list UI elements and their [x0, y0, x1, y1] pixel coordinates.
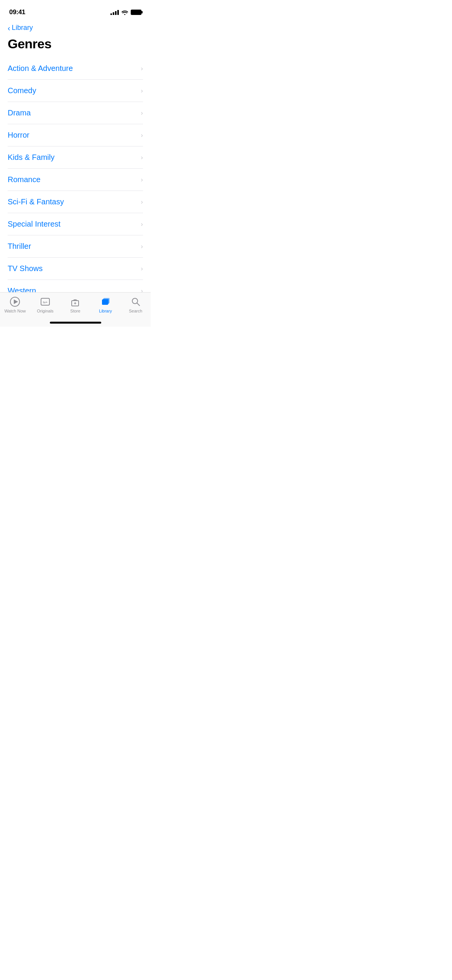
genre-item[interactable]: Special Interest › — [8, 213, 143, 235]
svg-line-11 — [137, 303, 140, 306]
tab-search[interactable]: Search — [124, 296, 147, 313]
genre-item[interactable]: Horror › — [8, 124, 143, 146]
originals-label: Originals — [37, 309, 53, 313]
genre-name: Comedy — [8, 86, 36, 95]
genre-item[interactable]: TV Shows › — [8, 258, 143, 280]
chevron-right-icon: › — [141, 220, 143, 228]
chevron-right-icon: › — [141, 198, 143, 206]
chevron-right-icon: › — [141, 109, 143, 117]
genre-name: Action & Adventure — [8, 64, 73, 73]
back-chevron-icon: ‹ — [8, 24, 10, 32]
genre-item[interactable]: Drama › — [8, 102, 143, 124]
page-title: Genres — [0, 35, 151, 58]
status-bar: 09:41 — [0, 0, 151, 19]
genre-name: Horror — [8, 131, 30, 140]
genre-name: Kids & Family — [8, 153, 54, 162]
watch-now-icon — [10, 296, 20, 307]
genre-item[interactable]: Sci-Fi & Fantasy › — [8, 191, 143, 213]
genre-item[interactable]: Comedy › — [8, 80, 143, 102]
watch-now-label: Watch Now — [4, 309, 26, 313]
genre-item[interactable]: Action & Adventure › — [8, 58, 143, 80]
svg-rect-9 — [104, 298, 110, 303]
library-icon — [100, 296, 111, 307]
back-label: Library — [12, 24, 33, 32]
chevron-right-icon: › — [141, 154, 143, 161]
genre-name: Special Interest — [8, 220, 61, 229]
chevron-right-icon: › — [141, 265, 143, 273]
chevron-right-icon: › — [141, 87, 143, 95]
battery-icon — [131, 10, 141, 15]
status-icons — [110, 10, 141, 15]
store-icon — [70, 296, 81, 307]
home-indicator — [50, 322, 101, 324]
signal-icon — [110, 10, 119, 15]
tab-watch-now[interactable]: Watch Now — [3, 296, 26, 313]
svg-marker-1 — [14, 299, 18, 304]
genre-item[interactable]: Thriller › — [8, 235, 143, 258]
back-button[interactable]: ‹ Library — [0, 19, 151, 35]
genre-item[interactable]: Romance › — [8, 169, 143, 191]
tab-library[interactable]: Library — [94, 296, 117, 313]
tab-store[interactable]: Store — [64, 296, 87, 313]
genre-name: Thriller — [8, 242, 31, 251]
library-label: Library — [99, 309, 112, 313]
genre-name: Romance — [8, 175, 41, 184]
chevron-right-icon: › — [141, 243, 143, 250]
tab-originals[interactable]: tv+ Originals — [34, 296, 57, 313]
genre-item[interactable]: Kids & Family › — [8, 146, 143, 169]
genre-name: TV Shows — [8, 264, 43, 273]
search-icon — [130, 296, 141, 307]
chevron-right-icon: › — [141, 132, 143, 139]
genre-list: Action & Adventure › Comedy › Drama › Ho… — [0, 58, 151, 302]
svg-text:tv+: tv+ — [43, 301, 48, 304]
wifi-icon — [122, 10, 128, 15]
genre-name: Drama — [8, 109, 31, 117]
chevron-right-icon: › — [141, 176, 143, 184]
originals-icon: tv+ — [40, 296, 51, 307]
status-time: 09:41 — [9, 8, 25, 16]
genre-name: Sci-Fi & Fantasy — [8, 197, 64, 206]
store-label: Store — [70, 309, 80, 313]
search-label: Search — [129, 309, 142, 313]
chevron-right-icon: › — [141, 65, 143, 72]
